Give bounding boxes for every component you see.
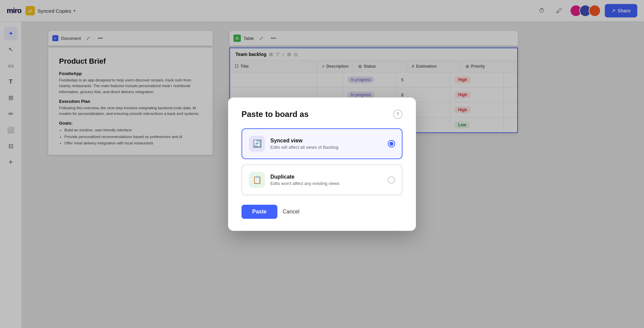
duplicate-desc: Edits won't affect any existing views	[270, 181, 382, 186]
paste-button[interactable]: Paste	[241, 205, 277, 219]
synced-view-title: Synced view	[270, 138, 382, 144]
modal-overlay[interactable]: Juan Fran Paste to board as ? 🔄 Synced v…	[0, 0, 644, 328]
synced-view-text: Synced view Edits will affect all views …	[270, 138, 382, 150]
duplicate-icon: 📋	[249, 172, 265, 188]
radio-synced[interactable]	[388, 140, 395, 147]
help-icon[interactable]: ?	[393, 110, 402, 119]
modal-actions: Paste Cancel	[241, 205, 402, 219]
option-duplicate[interactable]: 📋 Duplicate Edits won't affect any exist…	[241, 165, 402, 195]
paste-modal: Paste to board as ? 🔄 Synced view Edits …	[228, 97, 416, 231]
option-synced-view[interactable]: 🔄 Synced view Edits will affect all view…	[241, 128, 402, 159]
modal-title: Paste to board as	[241, 110, 402, 119]
radio-duplicate[interactable]	[388, 176, 395, 184]
synced-view-icon: 🔄	[249, 136, 265, 152]
duplicate-text: Duplicate Edits won't affect any existin…	[270, 174, 382, 186]
duplicate-title: Duplicate	[270, 174, 382, 180]
synced-view-desc: Edits will affect all views of Backlog	[270, 145, 382, 150]
cancel-button[interactable]: Cancel	[283, 209, 300, 215]
